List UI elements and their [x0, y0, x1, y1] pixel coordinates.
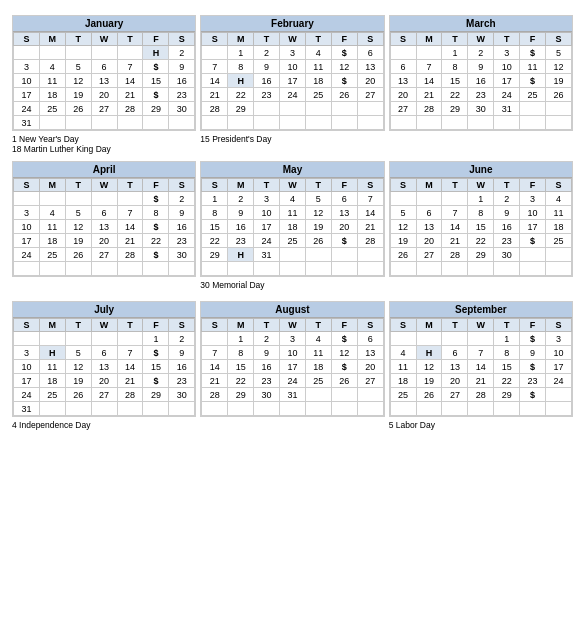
- calendar-cell: [357, 402, 383, 416]
- calendar-cell: 12: [65, 360, 91, 374]
- calendar-cell: 27: [416, 248, 442, 262]
- calendar-cell: 7: [202, 60, 228, 74]
- day-header: T: [254, 179, 280, 192]
- calendar-cell: [357, 116, 383, 130]
- calendar-cell: [228, 116, 254, 130]
- calendar-cell: [390, 402, 416, 416]
- calendar-cell: 16: [169, 360, 195, 374]
- day-header: F: [520, 179, 546, 192]
- calendar-cell: 20: [91, 234, 117, 248]
- calendar-cell: [331, 102, 357, 116]
- calendar-cell: 11: [546, 206, 572, 220]
- calendar-cell: [202, 402, 228, 416]
- calendar-cell: 30: [169, 102, 195, 116]
- calendar-cell: 23: [494, 234, 520, 248]
- calendar-cell: 6: [442, 346, 468, 360]
- calendar-cell: 8: [228, 60, 254, 74]
- calendar-cell: 9: [520, 346, 546, 360]
- calendar-cell: 4: [546, 192, 572, 206]
- calendar-cell: 27: [357, 374, 383, 388]
- calendar-cell: [39, 46, 65, 60]
- day-header: S: [169, 319, 195, 332]
- calendar-cell: 13: [357, 60, 383, 74]
- calendar-cell: 26: [65, 388, 91, 402]
- calendar-cell: [305, 262, 331, 276]
- calendar-cell: $: [520, 74, 546, 88]
- day-header: T: [254, 33, 280, 46]
- calendar-cell: $: [520, 46, 546, 60]
- calendar-cell: 23: [169, 234, 195, 248]
- calendar-cell: 12: [65, 74, 91, 88]
- day-header: W: [91, 179, 117, 192]
- calendar-cell: 26: [546, 88, 572, 102]
- calendar-cell: [143, 402, 169, 416]
- day-header: S: [14, 179, 40, 192]
- calendar-cell: 12: [65, 220, 91, 234]
- calendar-cell: [91, 262, 117, 276]
- calendar-cell: 3: [280, 46, 306, 60]
- calendar-notes: 1 New Year's Day18 Martin Luther King Da…: [12, 133, 196, 157]
- calendar-table: SMTWTFS1$34H6789101112131415$17181920212…: [390, 318, 572, 416]
- calendar-cell: 15: [143, 360, 169, 374]
- calendar-cell: 6: [357, 46, 383, 60]
- calendar-cell: 25: [520, 88, 546, 102]
- calendar-cell: 3: [520, 192, 546, 206]
- calendar-cell: 16: [254, 74, 280, 88]
- calendar-cell: 3: [14, 60, 40, 74]
- calendar-cell: 21: [442, 234, 468, 248]
- calendar-cell: 4: [305, 46, 331, 60]
- day-header: S: [202, 33, 228, 46]
- calendar-cell: $: [143, 248, 169, 262]
- calendar-cell: 27: [442, 388, 468, 402]
- calendar-cell: 25: [305, 88, 331, 102]
- day-header: M: [39, 179, 65, 192]
- calendar-cell: [442, 192, 468, 206]
- calendar-cell: [494, 116, 520, 130]
- calendar-cell: 1: [143, 332, 169, 346]
- calendar-cell: 17: [14, 88, 40, 102]
- calendar-cell: 1: [468, 192, 494, 206]
- calendar-cell: 18: [305, 360, 331, 374]
- calendar-cell: 15: [143, 74, 169, 88]
- calendar-cell: [169, 116, 195, 130]
- calendar-cell: 10: [14, 360, 40, 374]
- calendar-cell: [117, 332, 143, 346]
- calendar-cell: 7: [357, 192, 383, 206]
- calendar-cell: 13: [390, 74, 416, 88]
- calendar-cell: [117, 46, 143, 60]
- calendar-cell: 2: [228, 192, 254, 206]
- day-header: F: [331, 179, 357, 192]
- calendar-cell: 10: [254, 206, 280, 220]
- calendar-cell: 9: [228, 206, 254, 220]
- calendar-cell: 7: [117, 60, 143, 74]
- calendar-cell: 15: [202, 220, 228, 234]
- calendar-cell: 2: [468, 46, 494, 60]
- calendar-cell: $: [331, 46, 357, 60]
- calendar-cell: 28: [442, 248, 468, 262]
- calendar-cell: 5: [65, 346, 91, 360]
- calendar-cell: 27: [91, 102, 117, 116]
- calendar-cell: 1: [202, 192, 228, 206]
- calendar-cell: 10: [494, 60, 520, 74]
- calendar-cell: [494, 262, 520, 276]
- calendar-cell: 13: [416, 220, 442, 234]
- calendar-cell: 6: [331, 192, 357, 206]
- day-header: S: [202, 319, 228, 332]
- day-header: M: [39, 33, 65, 46]
- calendar-cell: H: [228, 74, 254, 88]
- calendar-cell: 3: [546, 332, 572, 346]
- calendar-cell: 5: [390, 206, 416, 220]
- calendar-august: AugustSMTWTFS1234$6789101112131415161718…: [200, 301, 384, 417]
- calendar-cell: $: [143, 374, 169, 388]
- day-header: S: [546, 319, 572, 332]
- calendar-cell: 12: [305, 206, 331, 220]
- calendar-cell: 9: [254, 346, 280, 360]
- calendar-row-3: JulySMTWTFS123H567$910111213141516171819…: [12, 301, 573, 417]
- calendar-cell: $: [331, 74, 357, 88]
- day-header: W: [468, 319, 494, 332]
- calendar-cell: 14: [117, 74, 143, 88]
- calendar-cell: 20: [442, 374, 468, 388]
- calendar-cell: 20: [390, 88, 416, 102]
- calendar-cell: 24: [254, 234, 280, 248]
- calendar-notes: [12, 279, 196, 297]
